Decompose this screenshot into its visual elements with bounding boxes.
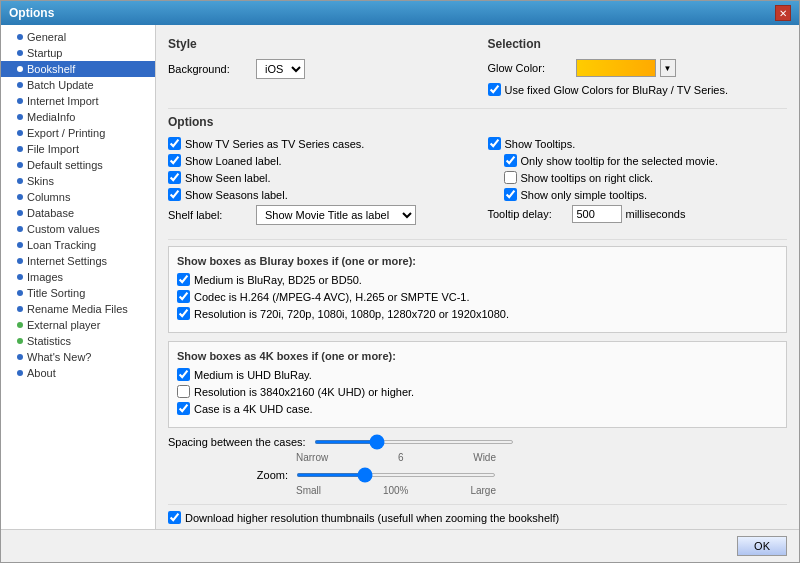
divider2 — [168, 239, 787, 240]
case-uhd-row: Case is a 4K UHD case. — [177, 402, 778, 415]
sidebar-item-internet-settings[interactable]: Internet Settings — [1, 253, 155, 269]
sidebar-item-statistics[interactable]: Statistics — [1, 333, 155, 349]
medium-uhd-checkbox[interactable] — [177, 368, 190, 381]
dot-green-icon — [17, 322, 23, 328]
dot-icon — [17, 82, 23, 88]
sidebar-item-file-import[interactable]: File Import — [1, 141, 155, 157]
download-thumbnails-checkbox[interactable] — [168, 511, 181, 524]
sidebar-item-batch-update[interactable]: Batch Update — [1, 77, 155, 93]
tooltip-delay-label: Tooltip delay: — [488, 208, 568, 220]
only-tooltip-row: Only show tooltip for the selected movie… — [504, 154, 788, 167]
codec-row: Codec is H.264 (/MPEG-4 AVC), H.265 or S… — [177, 290, 778, 303]
sidebar-item-database[interactable]: Database — [1, 205, 155, 221]
sidebar-item-mediainfo[interactable]: MediaInfo — [1, 109, 155, 125]
resolution-checkbox[interactable] — [177, 307, 190, 320]
sidebar-item-external-player[interactable]: External player — [1, 317, 155, 333]
spacing-marks: Narrow 6 Wide — [296, 452, 496, 463]
background-select[interactable]: iOS — [256, 59, 305, 79]
simple-tooltips-row: Show only simple tooltips. — [504, 188, 788, 201]
medium-bluray-row: Medium is BluRay, BD25 or BD50. — [177, 273, 778, 286]
zoom-large: Large — [470, 485, 496, 496]
codec-checkbox[interactable] — [177, 290, 190, 303]
sidebar-item-internet-import[interactable]: Internet Import — [1, 93, 155, 109]
dot-icon — [17, 114, 23, 120]
dot-icon — [17, 50, 23, 56]
bluray-group: Show boxes as Bluray boxes if (one or mo… — [168, 246, 787, 333]
sidebar-item-bookshelf[interactable]: Bookshelf — [1, 61, 155, 77]
tooltip-delay-row: Tooltip delay: 500 milliseconds — [488, 205, 788, 223]
use-fixed-glow-checkbox[interactable] — [488, 83, 501, 96]
sidebar-item-general[interactable]: General — [1, 29, 155, 45]
dot-icon — [17, 178, 23, 184]
resolution-uhd-checkbox[interactable] — [177, 385, 190, 398]
shelf-label-select[interactable]: Show Movie Title as label — [256, 205, 416, 225]
main-panel: Style Background: iOS Selection Glow Col… — [156, 25, 799, 529]
sidebar-item-columns[interactable]: Columns — [1, 189, 155, 205]
show-loaned-row: Show Loaned label. — [168, 154, 468, 167]
style-selection-row: Style Background: iOS Selection Glow Col… — [168, 37, 787, 100]
ok-button[interactable]: OK — [737, 536, 787, 556]
show-loaned-checkbox[interactable] — [168, 154, 181, 167]
sidebar-item-custom-values[interactable]: Custom values — [1, 221, 155, 237]
options-window: Options ✕ General Startup Bookshelf Batc… — [0, 0, 800, 563]
sidebar-item-about[interactable]: About — [1, 365, 155, 381]
sidebar-item-default-settings[interactable]: Default settings — [1, 157, 155, 173]
bottom-bar: OK — [1, 529, 799, 562]
glow-color-row: Glow Color: ▼ — [488, 59, 788, 77]
dot-icon — [17, 274, 23, 280]
sidebar-item-loan-tracking[interactable]: Loan Tracking — [1, 237, 155, 253]
show-seasons-checkbox[interactable] — [168, 188, 181, 201]
show-seen-checkbox[interactable] — [168, 171, 181, 184]
medium-uhd-row: Medium is UHD BluRay. — [177, 368, 778, 381]
dot-icon — [17, 210, 23, 216]
dot-icon — [17, 66, 23, 72]
sidebar-item-images[interactable]: Images — [1, 269, 155, 285]
zoom-slider[interactable] — [296, 473, 496, 477]
sidebar-item-export-printing[interactable]: Export / Printing — [1, 125, 155, 141]
close-button[interactable]: ✕ — [775, 5, 791, 21]
tooltips-right-checkbox[interactable] — [504, 171, 517, 184]
resolution-uhd-row: Resolution is 3840x2160 (4K UHD) or high… — [177, 385, 778, 398]
sidebar-item-title-sorting[interactable]: Title Sorting — [1, 285, 155, 301]
dot-icon — [17, 146, 23, 152]
case-uhd-checkbox[interactable] — [177, 402, 190, 415]
medium-bluray-checkbox[interactable] — [177, 273, 190, 286]
glow-color-preview[interactable] — [576, 59, 656, 77]
show-tooltips-row: Show Tooltips. — [488, 137, 788, 150]
resolution-row: Resolution is 720i, 720p, 1080i, 1080p, … — [177, 307, 778, 320]
show-tv-checkbox[interactable] — [168, 137, 181, 150]
spacing-wide: Wide — [473, 452, 496, 463]
spacing-container: Spacing between the cases: — [168, 436, 787, 448]
shelf-label-row: Shelf label: Show Movie Title as label — [168, 205, 468, 225]
color-dropdown-button[interactable]: ▼ — [660, 59, 676, 77]
milliseconds-label: milliseconds — [626, 208, 686, 220]
dot-icon — [17, 226, 23, 232]
options-right: Show Tooltips. Only show tooltip for the… — [488, 137, 788, 231]
spacing-value: 6 — [398, 452, 404, 463]
uhd-section-title: Show boxes as 4K boxes if (one or more): — [177, 350, 778, 362]
content-area: General Startup Bookshelf Batch Update I… — [1, 25, 799, 529]
download-thumbnails-row: Download higher resolution thumbnails (u… — [168, 511, 787, 524]
dot-icon — [17, 194, 23, 200]
sidebar-item-skins[interactable]: Skins — [1, 173, 155, 189]
options-row: Show TV Series as TV Series cases. Show … — [168, 137, 787, 231]
use-fixed-glow-row: Use fixed Glow Colors for BluRay / TV Se… — [488, 83, 788, 96]
sidebar-item-rename-media[interactable]: Rename Media Files — [1, 301, 155, 317]
selection-section: Selection Glow Color: ▼ Use fixed Glow C… — [488, 37, 788, 100]
show-tooltips-checkbox[interactable] — [488, 137, 501, 150]
dot-icon — [17, 242, 23, 248]
dot-icon — [17, 258, 23, 264]
dot-icon — [17, 306, 23, 312]
sidebar-item-whats-new[interactable]: What's New? — [1, 349, 155, 365]
spacing-slider[interactable] — [314, 440, 514, 444]
tooltip-delay-input[interactable]: 500 — [572, 205, 622, 223]
selection-title: Selection — [488, 37, 788, 51]
background-row: Background: iOS — [168, 59, 468, 79]
zoom-label: Zoom: — [168, 469, 288, 481]
only-tooltip-selected-checkbox[interactable] — [504, 154, 517, 167]
sidebar-item-startup[interactable]: Startup — [1, 45, 155, 61]
simple-tooltips-checkbox[interactable] — [504, 188, 517, 201]
sidebar: General Startup Bookshelf Batch Update I… — [1, 25, 156, 529]
show-seen-row: Show Seen label. — [168, 171, 468, 184]
dot-icon — [17, 370, 23, 376]
